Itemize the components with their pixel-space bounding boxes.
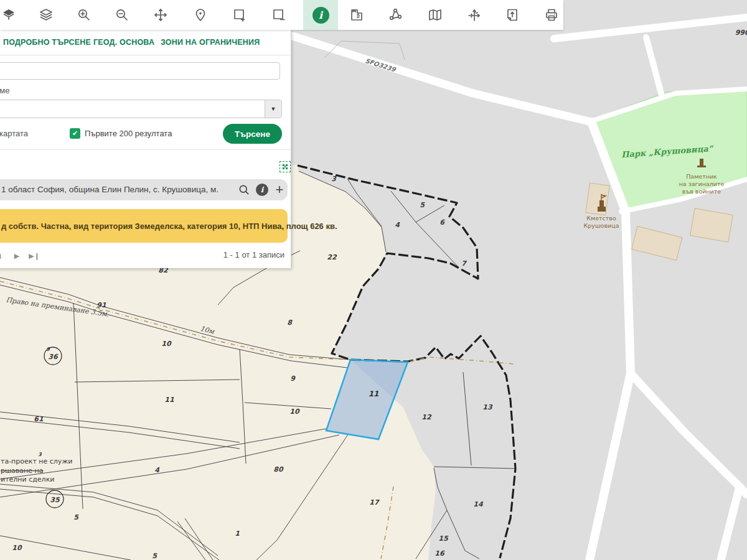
svg-text:5: 5 [73,513,79,521]
result-row-header[interactable]: 1 област София, община Елин Пелин, с. Кр… [0,179,288,200]
svg-text:8: 8 [287,319,293,327]
svg-text:ршаване на: ршаване на [1,467,43,475]
coordinate-grid-icon[interactable] [462,0,487,30]
svg-text:1: 1 [235,530,240,538]
expand-results-icon[interactable] [280,161,291,172]
search-result-icon[interactable] [237,182,251,197]
zoom-in-icon[interactable] [72,0,96,30]
results-limit-label: Първите 200 резултата [85,129,172,138]
info-icon: i [312,7,329,24]
svg-text:13: 13 [482,403,493,411]
pagination-text: 1 - 1 от 1 записи [223,250,284,259]
svg-text:Кметство: Кметство [586,215,616,222]
select-area-add-icon[interactable] [227,0,252,30]
svg-text:на загиналите: на загиналите [679,180,725,187]
prev-page-icon[interactable]: ◀ [0,250,4,261]
svg-text:91: 91 [96,301,106,309]
svg-text:10: 10 [289,408,300,416]
svg-text:36: 36 [48,353,59,361]
map-only-label: Само в картата [0,129,28,138]
topology-icon[interactable] [383,0,408,30]
layers-icon[interactable] [34,0,59,30]
svg-text:80: 80 [273,465,284,474]
area-label: 9901 [735,29,747,37]
location-pin-icon[interactable] [188,0,213,30]
selected-parcel-label: 11 [369,390,379,398]
chevron-down-icon[interactable]: ▼ [265,100,281,118]
basemap-icon[interactable] [0,0,21,30]
info-tool-active[interactable]: i [303,0,338,30]
result-row-detail[interactable]: д собств. Частна, вид територия Земеделс… [0,209,288,243]
svg-text:Крушовица: Крушовица [584,222,619,229]
result-location-text: 1 област София, община Елин Пелин, с. Кр… [1,179,218,200]
svg-text:6: 6 [439,218,445,226]
measure-icon[interactable] [344,0,369,30]
divider [0,55,291,55]
svg-text:3: 3 [331,175,337,183]
search-panel: ПОДРОБНО ТЪРСЕНЕ ГЕОД. ОСНОВА ЗОНИ НА ОГ… [0,30,291,268]
svg-text:12: 12 [421,413,432,421]
svg-text:15: 15 [438,534,449,543]
results-limit-checkbox[interactable]: ✔ [70,128,80,139]
svg-text:16: 16 [435,549,445,558]
svg-text:14: 14 [473,500,484,508]
svg-text:22: 22 [327,253,337,261]
next-page-icon[interactable]: ▶ [11,250,22,261]
result-add-icon[interactable]: + [272,182,287,197]
select-area-remove-icon[interactable] [266,0,291,30]
town-hall-label: Кметство Крушовица [584,215,619,229]
map-toolbar: i [0,0,563,30]
svg-text:ителни сделки: ителни сделки [1,475,54,483]
result-detail-text: д собств. Частна, вид територия Земеделс… [1,222,337,231]
name-field-label: Име [0,86,10,95]
map-sheet-icon[interactable] [423,0,448,30]
name-select[interactable]: ▼ [0,100,282,118]
pan-icon[interactable] [148,0,173,30]
divider [0,149,291,150]
svg-text:та-проект не служи: та-проект не служи [1,457,72,465]
svg-text:Паметник: Паметник [686,173,717,180]
svg-text:4: 4 [395,221,400,229]
pagination: ❙◀ ◀ ▶ ▶❙ 1 - 1 от 1 записи [0,248,288,264]
last-page-icon[interactable]: ▶❙ [29,250,40,261]
svg-text:17: 17 [369,498,380,506]
svg-text:9: 9 [290,375,296,383]
svg-text:10: 10 [161,340,172,348]
svg-text:5: 5 [152,552,157,560]
tab-restriction-zones[interactable]: ЗОНИ НА ОГРАНИЧЕНИЯ [161,30,260,55]
search-button[interactable]: Търсене [223,124,282,144]
svg-text:61: 61 [34,415,44,423]
identifier-input[interactable] [0,62,280,80]
svg-text:11: 11 [164,396,174,404]
tab-geodetic-basis[interactable]: ГЕОД. ОСНОВА [93,30,154,55]
cadastre-map-app: { "toolbar": { "icons": ["basemap","laye… [0,0,747,560]
export-icon[interactable] [500,0,525,30]
svg-text:35: 35 [50,496,60,504]
svg-text:във войните: във войните [682,188,721,195]
svg-text:5: 5 [420,201,425,209]
svg-text:10: 10 [12,544,22,552]
zoom-out-icon[interactable] [110,0,134,30]
print-icon[interactable] [539,0,564,30]
svg-text:4: 4 [154,466,160,474]
svg-text:7: 7 [461,259,467,268]
tab-detailed-search[interactable]: ПОДРОБНО ТЪРСЕНЕ [3,30,91,55]
result-info-icon[interactable]: i [255,182,270,197]
